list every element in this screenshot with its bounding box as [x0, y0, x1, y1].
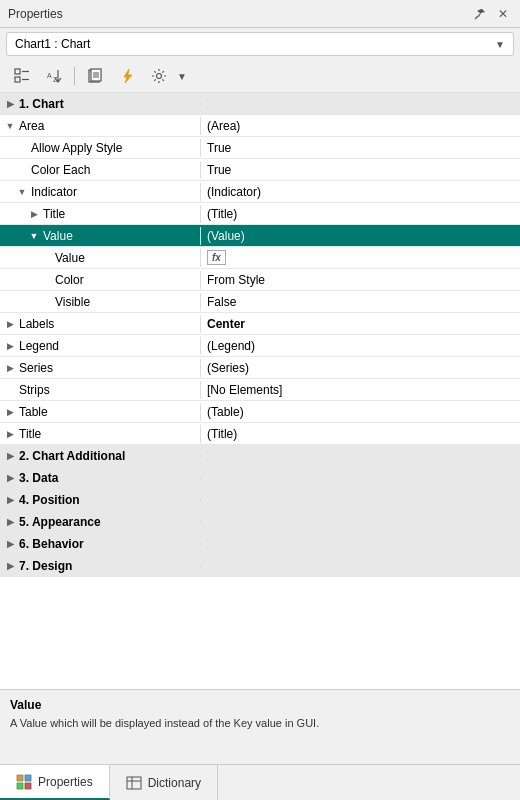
svg-line-0: [475, 16, 478, 19]
expand-icon: [4, 384, 16, 396]
svg-rect-14: [25, 775, 31, 781]
sort-az-icon: A Z: [46, 68, 62, 84]
title-bar-actions: ✕: [470, 5, 512, 23]
prop-row-value-group[interactable]: ▼Value(Value): [0, 225, 520, 247]
group-name-cell: ▶Title: [0, 425, 200, 443]
group-value-cell: Center: [200, 315, 520, 333]
property-pages-icon: [87, 68, 103, 84]
expand-icon: ▶: [4, 450, 16, 462]
property-pages-button[interactable]: [81, 64, 109, 88]
svg-text:A: A: [47, 72, 52, 79]
properties-panel: ▶1. Chart▼Area(Area)Allow Apply StyleTru…: [0, 93, 520, 689]
prop-row-section-chart[interactable]: ▶1. Chart: [0, 93, 520, 115]
pin-button[interactable]: [470, 5, 490, 23]
prop-row-color-each[interactable]: Color EachTrue: [0, 159, 520, 181]
chevron-down-icon: ▼: [495, 39, 505, 50]
group-name-cell: ▶Labels: [0, 315, 200, 333]
prop-row-area[interactable]: ▼Area(Area): [0, 115, 520, 137]
prop-row-section-position[interactable]: ▶4. Position: [0, 489, 520, 511]
prop-row-series[interactable]: ▶Series(Series): [0, 357, 520, 379]
prop-row-section-chart-additional[interactable]: ▶2. Chart Additional: [0, 445, 520, 467]
section-label: ▶1. Chart: [0, 95, 200, 113]
prop-row-strips[interactable]: Strips[No Elements]: [0, 379, 520, 401]
prop-row-section-behavior[interactable]: ▶6. Behavior: [0, 533, 520, 555]
panel-title: Properties: [8, 7, 63, 21]
settings-icon: [151, 68, 167, 84]
group-value-cell: (Table): [200, 403, 520, 421]
prop-value-cell[interactable]: fx: [200, 248, 520, 267]
section-label: ▶7. Design: [0, 557, 200, 575]
group-value-cell: (Legend): [200, 337, 520, 355]
dictionary-tab-icon: [126, 775, 142, 791]
expand-icon: ▼: [16, 186, 28, 198]
expand-icon: ▶: [4, 560, 16, 572]
group-value-cell: (Title): [200, 425, 520, 443]
svg-rect-17: [127, 777, 141, 789]
prop-row-visible[interactable]: VisibleFalse: [0, 291, 520, 313]
prop-name-cell: Color: [0, 271, 200, 289]
expand-icon: ▶: [4, 340, 16, 352]
svg-rect-2: [15, 77, 20, 82]
section-label: ▶5. Appearance: [0, 513, 200, 531]
expand-icon: ▶: [4, 406, 16, 418]
group-value-cell: (Indicator): [200, 183, 520, 201]
group-name-cell: ▶Table: [0, 403, 200, 421]
group-name-cell: ▶Series: [0, 359, 200, 377]
group-name-cell: ▼Value: [0, 227, 200, 245]
prop-value-cell: [No Elements]: [200, 381, 520, 399]
properties-tab-label: Properties: [38, 775, 93, 789]
prop-row-value-prop[interactable]: Valuefx: [0, 247, 520, 269]
prop-row-section-design[interactable]: ▶7. Design: [0, 555, 520, 577]
prop-row-title[interactable]: ▶Title(Title): [0, 203, 520, 225]
title-bar: Properties ✕: [0, 0, 520, 28]
group-name-cell: ▼Indicator: [0, 183, 200, 201]
prop-name-cell: Strips: [0, 381, 200, 399]
expand-icon: [16, 164, 28, 176]
prop-row-section-appearance[interactable]: ▶5. Appearance: [0, 511, 520, 533]
events-icon: [119, 68, 135, 84]
prop-row-labels[interactable]: ▶LabelsCenter: [0, 313, 520, 335]
events-button[interactable]: [113, 64, 141, 88]
section-label: ▶2. Chart Additional: [0, 447, 200, 465]
expand-icon: ▶: [4, 494, 16, 506]
prop-row-color[interactable]: ColorFrom Style: [0, 269, 520, 291]
prop-row-legend[interactable]: ▶Legend(Legend): [0, 335, 520, 357]
svg-point-12: [157, 74, 162, 79]
prop-row-section-data[interactable]: ▶3. Data: [0, 467, 520, 489]
svg-rect-16: [25, 783, 31, 789]
expand-icon: ▶: [4, 472, 16, 484]
prop-value-cell: True: [200, 161, 520, 179]
categorized-button[interactable]: [8, 64, 36, 88]
description-text: A Value which will be displayed instead …: [10, 716, 510, 731]
close-button[interactable]: ✕: [494, 5, 512, 23]
prop-name-cell: Value: [0, 249, 200, 267]
expand-icon: ▶: [28, 208, 40, 220]
description-title: Value: [10, 698, 510, 712]
expand-icon: ▶: [4, 538, 16, 550]
prop-row-allow-apply-style[interactable]: Allow Apply StyleTrue: [0, 137, 520, 159]
svg-rect-1: [15, 69, 20, 74]
expand-icon: [40, 252, 52, 264]
group-name-cell: ▶Legend: [0, 337, 200, 355]
expand-icon: ▼: [28, 230, 40, 242]
fx-button[interactable]: fx: [207, 250, 226, 265]
tab-dictionary[interactable]: Dictionary: [110, 765, 218, 800]
expand-icon: ▶: [4, 516, 16, 528]
section-label: ▶3. Data: [0, 469, 200, 487]
expand-icon: ▶: [4, 98, 16, 110]
prop-row-title-prop[interactable]: ▶Title(Title): [0, 423, 520, 445]
prop-value-cell: From Style: [200, 271, 520, 289]
group-value-cell: (Series): [200, 359, 520, 377]
properties-tab-icon: [16, 774, 32, 790]
component-selector[interactable]: Chart1 : Chart ▼: [6, 32, 514, 56]
toolbar-divider-1: [74, 67, 75, 85]
section-label: ▶4. Position: [0, 491, 200, 509]
selector-value: Chart1 : Chart: [15, 37, 90, 51]
prop-row-table[interactable]: ▶Table(Table): [0, 401, 520, 423]
settings-button[interactable]: [145, 64, 173, 88]
prop-row-indicator[interactable]: ▼Indicator(Indicator): [0, 181, 520, 203]
sort-az-button[interactable]: A Z: [40, 64, 68, 88]
categorized-icon: [14, 68, 30, 84]
group-value-cell: (Area): [200, 117, 520, 135]
tab-properties[interactable]: Properties: [0, 765, 110, 800]
